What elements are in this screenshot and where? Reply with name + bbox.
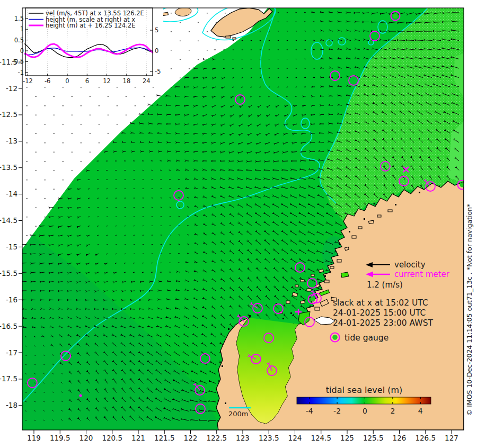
tide-gauge-site-fill (310, 297, 315, 301)
x-tick-label: 121 (131, 434, 145, 442)
x-tick-label: 126 (393, 434, 407, 442)
y-tick-label: -11.5 (0, 58, 17, 66)
y-tick-label: -14 (6, 190, 17, 198)
slack-time-line3: 24-01-2025 23:00 AWST (333, 318, 434, 328)
inset-x-tick-label: 6 (85, 77, 89, 85)
x-tick-label: 120 (80, 434, 93, 442)
colorbar-tick-label: -4 (306, 407, 313, 415)
y-tick-label: -12.5 (0, 110, 17, 119)
x-tick-label: 124 (288, 434, 302, 442)
y-tick-label: -16.5 (0, 322, 17, 330)
current-meter-dot[interactable] (80, 395, 82, 397)
colorbar-gradient[interactable] (297, 397, 431, 404)
y-tick-label: -17 (6, 348, 17, 357)
x-tick-label: 122.5 (206, 434, 227, 442)
slack-time-line2: 24-01-2025 15:00 UTC (333, 308, 426, 318)
map-canvas[interactable]: velocity current meter 1.2 (m/s) slack a… (0, 0, 477, 448)
y-tick-label: -15.5 (0, 269, 17, 277)
y-tick-label: -15 (6, 243, 17, 251)
inset-left-tick-label: 1 (20, 25, 24, 33)
colorbar-tick-label: 0 (363, 407, 367, 415)
colorbar-tick-label: 4 (418, 407, 423, 415)
tide-gauge-legend-label: tide gauge (344, 333, 388, 343)
y-tick-label: -18 (6, 401, 17, 409)
inset-right-tick-label: 5 (155, 26, 158, 34)
inset-legend-label: height (m) at + 16.2S 124.2E (46, 22, 135, 29)
inset-x-tick-label: 18 (123, 77, 131, 85)
speed-scale-label: 1.2 (m/s) (367, 280, 403, 290)
inset-right-tick-label: -5 (155, 68, 161, 75)
inset-x-tick-label: 12 (103, 77, 111, 85)
x-tick-label: 122 (184, 434, 198, 442)
tidal-map-figure: velocity current meter 1.2 (m/s) slack a… (0, 0, 477, 448)
colorbar-title: tidal sea level (m) (326, 385, 402, 395)
x-tick-label: 123 (236, 434, 250, 442)
x-tick-label: 127 (445, 434, 458, 442)
islet (233, 38, 236, 39)
inset-left-tick-label: 0 (20, 47, 24, 55)
islet (226, 36, 231, 38)
y-tick-label: -13 (6, 137, 17, 145)
y-tick-label: -12 (6, 84, 17, 93)
current-meter-legend-label: current meter (394, 270, 450, 279)
inset-chart[interactable]: -12-6061218241.510.50-0.5-150-5 vel (m/s… (12, 8, 163, 86)
x-tick-label: 119.5 (50, 434, 70, 442)
watermark-credit: © IMOS 10-Dec-2024 11:14:05 out71_13c . … (465, 204, 473, 416)
inset-x-tick-label: -12 (23, 77, 33, 85)
x-tick-label: 124.5 (311, 434, 331, 442)
tide-gauge-legend-icon-fill (332, 335, 338, 340)
inset-x-tick-label: 0 (65, 77, 69, 85)
x-tick-label: 123.5 (259, 434, 279, 442)
y-tick-label: -17.5 (0, 374, 17, 383)
inset-right-tick-label: 0 (155, 47, 158, 55)
inset-legend: vel (m/s, 45T) at x 13.5S 126.2Eheight (… (29, 10, 144, 29)
y-tick-label: -14.5 (0, 216, 17, 225)
y-tick-label: -16 (6, 295, 17, 304)
inset-left-tick-label: -1 (18, 69, 24, 76)
inset-x-tick-label: 24 (143, 77, 151, 85)
velocity-legend-label: velocity (394, 260, 426, 270)
shallow-islet (341, 272, 348, 277)
x-tick-label: 120.5 (102, 434, 122, 442)
x-tick-label: 125 (340, 434, 354, 442)
colorbar-tick-label: -2 (333, 407, 341, 415)
inset-x-tick-label: -6 (45, 77, 50, 85)
x-tick-label: 119 (27, 434, 41, 442)
scale-bar-label: 200m (228, 410, 248, 418)
tide-gauge-site-fill (393, 13, 398, 18)
x-tick-label: 125.5 (363, 434, 384, 442)
slack-time-line1: slack at x at 15:02 UTC (333, 298, 428, 308)
y-tick-label: -13.5 (0, 163, 17, 172)
x-tick-label: 126.5 (415, 434, 436, 442)
x-tick-label: 121.5 (154, 434, 175, 442)
colorbar-tick-label: 2 (390, 407, 395, 415)
